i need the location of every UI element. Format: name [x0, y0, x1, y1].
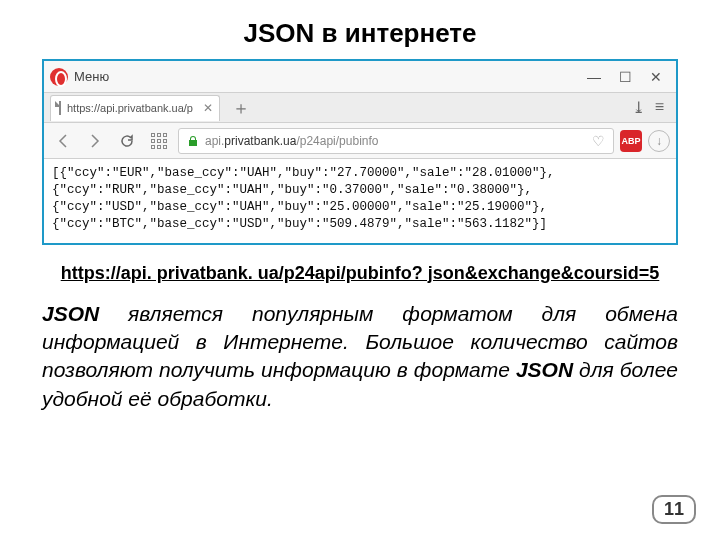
menu-button[interactable]: Меню [74, 69, 109, 84]
back-button[interactable] [50, 128, 76, 154]
speed-dial-button[interactable] [146, 128, 172, 154]
tab-title: https://api.privatbank.ua/p [67, 102, 193, 114]
close-button[interactable]: ✕ [650, 69, 662, 85]
grid-icon [151, 133, 167, 149]
maximize-button[interactable]: ☐ [619, 69, 632, 85]
downloads-icon[interactable]: ⤓ [632, 98, 645, 117]
forward-button[interactable] [82, 128, 108, 154]
browser-tab[interactable]: https://api.privatbank.ua/p ✕ [50, 95, 220, 121]
tabbar-menu-icon[interactable]: ≡ [655, 98, 664, 117]
url-input[interactable]: api.privatbank.ua/p24api/pubinfo ♡ [178, 128, 614, 154]
abp-icon[interactable]: ABP [620, 130, 642, 152]
window-controls: — ☐ ✕ [587, 69, 670, 85]
lock-icon [187, 135, 199, 147]
tab-close-icon[interactable]: ✕ [203, 101, 213, 115]
opera-icon [50, 68, 68, 86]
titlebar: Меню — ☐ ✕ [44, 61, 676, 93]
browser-window: Меню — ☐ ✕ https://api.privatbank.ua/p ✕… [42, 59, 678, 245]
description-paragraph: JSON является популярным форматом для об… [42, 300, 678, 413]
address-bar: api.privatbank.ua/p24api/pubinfo ♡ ABP ↓ [44, 123, 676, 159]
page-content: [{"ccy":"EUR","base_ccy":"UAH","buy":"27… [44, 159, 676, 243]
bookmark-icon[interactable]: ♡ [592, 133, 605, 149]
tabbar-end: ⤓ ≡ [632, 98, 670, 117]
slide-title: JSON в интернете [42, 18, 678, 49]
page-icon [59, 101, 61, 115]
page-number: 11 [652, 495, 696, 524]
minimize-button[interactable]: — [587, 69, 601, 85]
json-keyword: JSON [42, 302, 99, 325]
download-button[interactable]: ↓ [648, 130, 670, 152]
tab-bar: https://api.privatbank.ua/p ✕ ＋ ⤓ ≡ [44, 93, 676, 123]
url-text: api.privatbank.ua/p24api/pubinfo [205, 134, 378, 148]
reload-button[interactable] [114, 128, 140, 154]
json-keyword-2: JSON [516, 358, 573, 381]
new-tab-button[interactable]: ＋ [226, 96, 256, 120]
example-url: https://api. privatbank. ua/p24api/pubin… [42, 263, 678, 284]
